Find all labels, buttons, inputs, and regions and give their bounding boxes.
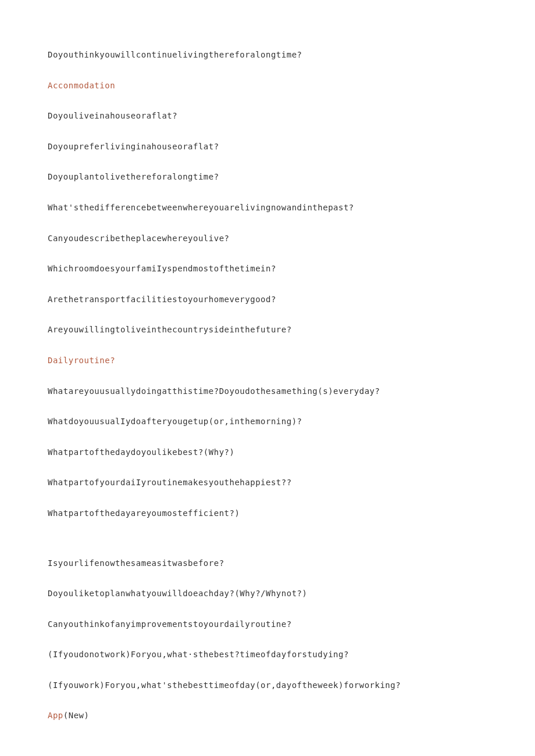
question-text: WhatdoyouusualIydoafteryougetup(or,inthe… [48,416,487,428]
question-text: What'sthedifferencebetweenwhereyouareliv… [48,202,487,214]
section-heading: Acconmodation [48,80,487,92]
suffix-text: (New) [63,711,90,720]
question-text: (Ifyoudonotwork)Foryou,what·sthebest?tim… [48,649,487,661]
question-text: Whatpartofthedayareyoumostefficient?) [48,508,487,519]
question-text: Whatpartofthedaydoyoulikebest?(Why?) [48,447,487,458]
document-body: Doyouthinkyouwillcontinuelivingtherefora… [48,49,487,722]
text-line-mixed: App(New) [48,710,487,722]
question-text: Areyouwillingtoliveinthecountrysideinthe… [48,324,487,336]
question-text: Arethetransportfacilitiestoyourhomeveryg… [48,294,487,306]
question-text: WhichroomdoesyourfamiIyspendmostofthetim… [48,263,487,275]
section-heading: Dailyroutine? [48,355,487,367]
question-text: Isyourlifenowthesameasitwasbefore? [48,558,487,569]
question-text: Doyouthinkyouwillcontinuelivingtherefora… [48,49,487,61]
question-text: Doyoupreferlivinginahouseoraflat? [48,141,487,153]
blank-line [48,539,487,558]
question-text: (Ifyouwork)Foryou,what'sthebesttimeofday… [48,680,487,691]
question-text: Canyoudescribetheplacewhereyoulive? [48,233,487,245]
question-text: WhatpartofyourdaiIyroutinemakesyouthehap… [48,477,487,489]
question-text: Whatareyouusuallydoingatthistime?Doyoudo… [48,386,487,397]
question-text: Doyouplantolivethereforalongtime? [48,171,487,183]
question-text: Canyouthinkofanyimprovementstoyourdailyr… [48,619,487,630]
question-text: Doyouliketoplanwhatyouwilldoeachday?(Why… [48,588,487,600]
heading-text: App [48,711,63,720]
question-text: Doyouliveinahouseoraflat? [48,110,487,122]
